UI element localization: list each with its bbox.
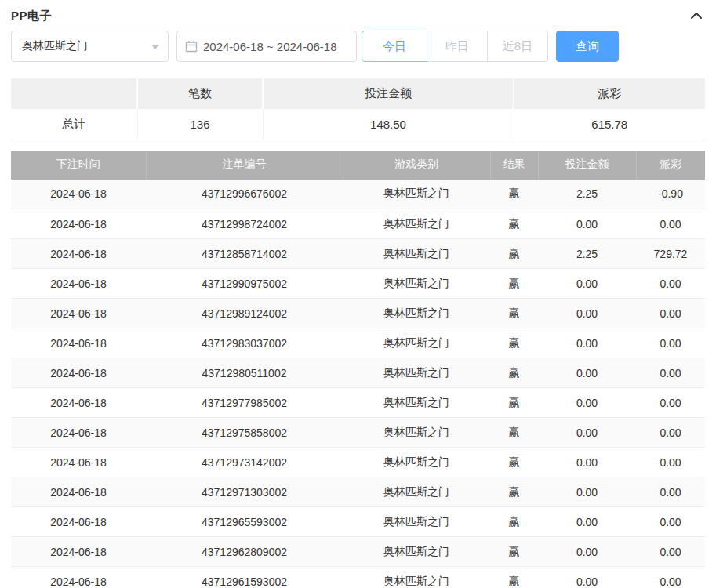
last-8-days-button[interactable]: 近8日 [487, 31, 548, 62]
bet-time-cell: 2024-06-18 [11, 209, 146, 239]
bet-time-cell: 2024-06-18 [11, 448, 146, 477]
result-cell: 赢 [490, 418, 538, 448]
collapse-button[interactable] [688, 7, 705, 24]
order-id-cell: 43712998724002 [146, 209, 343, 239]
result-cell: 赢 [490, 448, 538, 477]
table-row: 2024-06-18 43712989124002 奥林匹斯之门 赢 0.00 … [11, 299, 705, 328]
summary-bet-amount-value: 148.50 [263, 109, 514, 140]
game-type-cell: 奥林匹斯之门 [343, 269, 490, 299]
table-row: 2024-06-18 43712971303002 奥林匹斯之门 赢 0.00 … [11, 477, 705, 507]
result-cell: 赢 [490, 269, 538, 299]
payout-cell: -0.90 [636, 180, 705, 209]
summary-header-count: 笔数 [137, 78, 263, 109]
payout-cell: 0.00 [636, 358, 705, 388]
payout-cell: 0.00 [636, 299, 705, 328]
bet-amount-cell: 0.00 [538, 388, 636, 418]
table-row: 2024-06-18 43712980511002 奥林匹斯之门 赢 0.00 … [11, 358, 705, 388]
payout-cell: 0.00 [636, 567, 705, 588]
payout-cell: 0.00 [636, 388, 705, 418]
yesterday-button[interactable]: 昨日 [427, 31, 488, 62]
game-type-cell: 奥林匹斯之门 [343, 388, 490, 418]
bet-amount-cell: 2.25 [538, 239, 636, 269]
order-id-cell: 43712983037002 [146, 328, 343, 358]
header-bet-amount: 投注金额 [538, 151, 636, 180]
table-row: 2024-06-18 43712965593002 奥林匹斯之门 赢 0.00 … [11, 507, 705, 537]
table-row: 2024-06-18 43712975858002 奥林匹斯之门 赢 0.00 … [11, 418, 705, 448]
game-select-value: 奥林匹斯之门 [22, 39, 88, 53]
payout-cell: 729.72 [636, 239, 705, 269]
game-type-cell: 奥林匹斯之门 [343, 477, 490, 507]
order-id-cell: 43712980511002 [146, 358, 343, 388]
bet-amount-cell: 2.25 [538, 180, 636, 209]
game-type-cell: 奥林匹斯之门 [343, 448, 490, 477]
bet-amount-cell: 0.00 [538, 418, 636, 448]
date-range-value: 2024-06-18 ~ 2024-06-18 [203, 40, 337, 53]
filter-bar: 奥林匹斯之门 2024-06-18 ~ 2024-06-18 今日 昨日 近8日… [11, 31, 705, 62]
payout-cell: 0.00 [636, 507, 705, 537]
order-id-cell: 43712977985002 [146, 388, 343, 418]
header-bet-time: 下注时间 [11, 151, 146, 180]
bet-time-cell: 2024-06-18 [11, 269, 146, 299]
order-id-cell: 43712973142002 [146, 448, 343, 477]
result-cell: 赢 [490, 180, 538, 209]
game-type-cell: 奥林匹斯之门 [343, 567, 490, 588]
order-id-cell: 43712965593002 [146, 507, 343, 537]
header-payout: 派彩 [636, 151, 705, 180]
payout-cell: 0.00 [636, 418, 705, 448]
payout-cell: 0.00 [636, 328, 705, 358]
payout-cell: 0.00 [636, 477, 705, 507]
order-id-cell: 43712961593002 [146, 567, 343, 588]
bet-amount-cell: 0.00 [538, 567, 636, 588]
today-button[interactable]: 今日 [362, 31, 427, 62]
bet-amount-cell: 0.00 [538, 358, 636, 388]
search-button[interactable]: 查询 [556, 31, 619, 62]
table-row: 2024-06-18 43712996676002 奥林匹斯之门 赢 2.25 … [11, 180, 705, 209]
chevron-down-icon [151, 45, 159, 49]
bet-time-cell: 2024-06-18 [11, 567, 146, 588]
game-type-cell: 奥林匹斯之门 [343, 180, 490, 209]
summary-header-payout: 派彩 [514, 78, 705, 109]
game-select[interactable]: 奥林匹斯之门 [11, 31, 169, 62]
summary-header-bet-amount: 投注金额 [263, 78, 514, 109]
summary-payout-value: 615.78 [514, 109, 705, 140]
pp-electronic-panel: PP电子 奥林匹斯之门 2024-06-18 ~ 2024-06-18 今日 昨… [0, 0, 716, 588]
bet-time-cell: 2024-06-18 [11, 328, 146, 358]
bet-amount-cell: 0.00 [538, 209, 636, 239]
calendar-icon [185, 40, 198, 53]
result-cell: 赢 [490, 299, 538, 328]
table-header-row: 下注时间 注单编号 游戏类别 结果 投注金额 派彩 [11, 151, 705, 180]
result-cell: 赢 [490, 328, 538, 358]
bet-amount-cell: 0.00 [538, 269, 636, 299]
table-row: 2024-06-18 43712973142002 奥林匹斯之门 赢 0.00 … [11, 448, 705, 477]
summary-total-row: 总计 136 148.50 615.78 [11, 109, 705, 140]
table-row: 2024-06-18 43712977985002 奥林匹斯之门 赢 0.00 … [11, 388, 705, 418]
result-cell: 赢 [490, 358, 538, 388]
table-row: 2024-06-18 43712983037002 奥林匹斯之门 赢 0.00 … [11, 328, 705, 358]
table-row: 2024-06-18 43712961593002 奥林匹斯之门 赢 0.00 … [11, 567, 705, 588]
quick-date-button-group: 今日 昨日 近8日 [362, 31, 548, 62]
date-range-input[interactable]: 2024-06-18 ~ 2024-06-18 [176, 31, 357, 62]
bet-amount-cell: 0.00 [538, 507, 636, 537]
result-cell: 赢 [490, 209, 538, 239]
order-id-cell: 43712990975002 [146, 269, 343, 299]
result-cell: 赢 [490, 507, 538, 537]
game-type-cell: 奥林匹斯之门 [343, 537, 490, 567]
order-id-cell: 43712971303002 [146, 477, 343, 507]
result-cell: 赢 [490, 567, 538, 588]
bet-time-cell: 2024-06-18 [11, 537, 146, 567]
bet-time-cell: 2024-06-18 [11, 180, 146, 209]
bet-amount-cell: 0.00 [538, 299, 636, 328]
payout-cell: 0.00 [636, 537, 705, 567]
summary-table: 笔数 投注金额 派彩 总计 136 148.50 615.78 [11, 78, 705, 140]
order-id-cell: 43712962809002 [146, 537, 343, 567]
result-cell: 赢 [490, 388, 538, 418]
order-id-cell: 43712975858002 [146, 418, 343, 448]
panel-header: PP电子 [11, 0, 705, 25]
bet-time-cell: 2024-06-18 [11, 358, 146, 388]
panel-title: PP电子 [11, 9, 52, 24]
order-id-cell: 43712989124002 [146, 299, 343, 328]
bet-time-cell: 2024-06-18 [11, 507, 146, 537]
table-row: 2024-06-18 43712990975002 奥林匹斯之门 赢 0.00 … [11, 269, 705, 299]
result-cell: 赢 [490, 477, 538, 507]
payout-cell: 0.00 [636, 209, 705, 239]
